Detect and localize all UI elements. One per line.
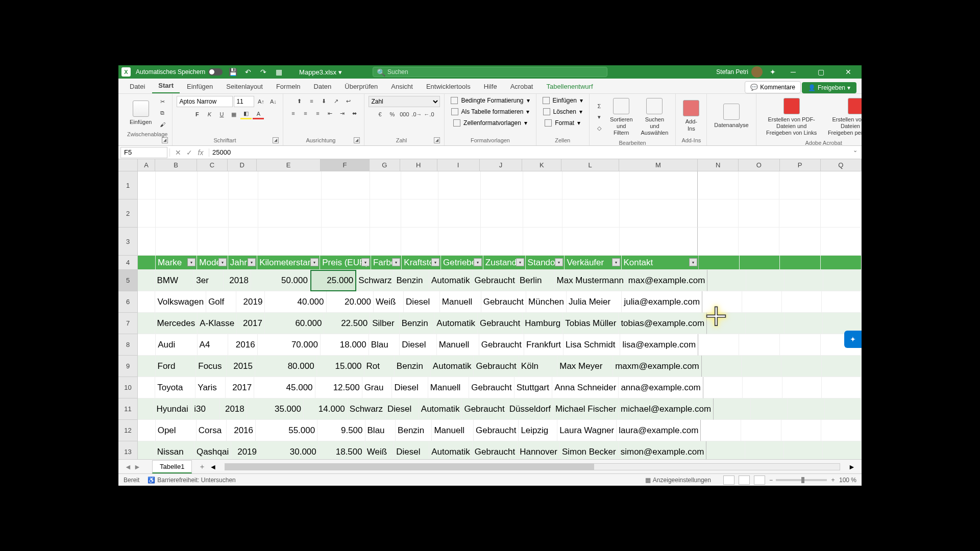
zoom-slider[interactable] [776, 479, 827, 481]
diamond-icon[interactable]: ✦ [770, 68, 776, 76]
addins-button[interactable]: Add-Ins [680, 98, 702, 134]
cell[interactable]: michael@example.com [619, 398, 714, 420]
cell[interactable]: Gebraucht [473, 270, 518, 291]
hscroll-right[interactable]: ► [847, 463, 856, 471]
header-getriebe[interactable]: Getriebe▾ [441, 256, 483, 270]
cell[interactable]: Silber [370, 313, 399, 334]
hscroll-track[interactable] [225, 463, 840, 470]
cell[interactable]: 2015 [227, 356, 255, 377]
cell[interactable]: Gebraucht [469, 377, 514, 398]
row-header-8[interactable]: 8 [118, 334, 137, 356]
align-middle-icon[interactable]: ≡ [306, 96, 317, 106]
cell[interactable]: lisa@example.com [620, 334, 698, 356]
col-header-G[interactable]: G [370, 159, 400, 171]
cell[interactable]: Benzin [395, 356, 431, 377]
close-button[interactable]: ✕ [838, 65, 859, 79]
cell[interactable]: Yaris [195, 377, 226, 398]
cell[interactable]: Hannover [518, 441, 560, 459]
row-header-11[interactable]: 11 [118, 398, 137, 420]
cell[interactable]: 30.000 [259, 441, 319, 459]
cell[interactable]: Tobias Müller [563, 313, 619, 334]
filter-dropdown-icon[interactable]: ▾ [392, 258, 400, 266]
grid-row[interactable] [138, 199, 862, 228]
cell[interactable]: Ford [156, 356, 197, 377]
maximize-button[interactable]: ▢ [811, 65, 831, 79]
row-header-1[interactable]: 1 [118, 171, 137, 199]
sort-filter-button[interactable]: Sortieren und Filtern [607, 96, 636, 139]
ribbon-collapse-icon[interactable]: ⌄ [853, 147, 857, 154]
wrap-text-icon[interactable]: ↩ [342, 96, 354, 106]
align-bottom-icon[interactable]: ⬇ [318, 96, 329, 106]
col-header-O[interactable]: O [739, 159, 779, 171]
cell[interactable]: Schwarz [348, 398, 385, 420]
row-header-10[interactable]: 10 [118, 377, 137, 398]
find-select-button[interactable]: Suchen und Auswählen [638, 96, 672, 139]
number-format-select[interactable]: Zahl [369, 96, 440, 107]
cell[interactable]: Nissan [155, 441, 194, 459]
tab-hilfe[interactable]: Hilfe [478, 80, 503, 93]
cell[interactable]: Qashqai [194, 441, 231, 459]
col-header-E[interactable]: E [257, 159, 321, 171]
table-row[interactable]: NissanQashqai201930.00018.500WeißDieselA… [138, 441, 862, 459]
cell[interactable]: BMW [155, 270, 194, 291]
cell[interactable]: Rot [364, 356, 395, 377]
cell[interactable]: Frankfurt [524, 334, 564, 356]
selected-cell[interactable]: 25.000 [310, 270, 356, 291]
cell[interactable]: Anna Schneider [552, 377, 619, 398]
table-row[interactable]: VolkswagenGolf201940.00020.000WeißDiesel… [138, 291, 862, 313]
status-accessibility[interactable]: ♿ Barrierefreiheit: Untersuchen [148, 477, 235, 484]
format-painter-icon[interactable]: 🖌 [157, 119, 168, 130]
header-kilometerstand[interactable]: Kilometerstand▾ [257, 256, 320, 270]
cell[interactable]: Manuell [428, 377, 469, 398]
row-header-12[interactable]: 12 [118, 420, 137, 441]
row-header-7[interactable]: 7 [118, 313, 137, 334]
cell[interactable]: Manuell [437, 334, 479, 356]
cell[interactable]: 2019 [236, 291, 265, 313]
cell[interactable]: Benzin [400, 313, 435, 334]
header-verkufer[interactable]: Verkäufer▾ [565, 256, 621, 270]
cell[interactable]: Focus [196, 356, 226, 377]
decrease-font-icon[interactable]: A↓ [267, 96, 279, 107]
decrease-decimal-icon[interactable]: ←.0 [423, 109, 434, 119]
cell[interactable]: Golf [206, 291, 236, 313]
cell[interactable]: 22.500 [324, 313, 370, 334]
orientation-icon[interactable]: ↗ [330, 96, 341, 106]
font-color-icon[interactable]: A [253, 109, 264, 119]
cell[interactable]: 18.000 [321, 334, 369, 356]
number-dialog-launcher[interactable]: ◢ [434, 137, 440, 143]
tab-acrobat[interactable]: Acrobat [504, 80, 540, 93]
cell[interactable]: Volkswagen [155, 291, 206, 313]
cell[interactable]: 35.000 [247, 398, 304, 420]
cell[interactable]: anna@example.com [619, 377, 703, 398]
font-dialog-launcher[interactable]: ◢ [273, 137, 279, 143]
font-name-input[interactable] [177, 96, 233, 107]
sheet-tab-1[interactable]: Tabelle1 [152, 460, 192, 473]
table-row[interactable]: Hyundaii30201835.00014.000SchwarzDieselA… [138, 398, 862, 420]
borders-icon[interactable]: ▦ [228, 109, 239, 119]
cell[interactable]: Gebraucht [478, 313, 523, 334]
cell[interactable]: 2017 [237, 313, 265, 334]
copilot-icon[interactable]: ✦ [844, 331, 862, 348]
tab-tabellenentwurf[interactable]: Tabellenentwurf [540, 80, 599, 93]
kommentare-button[interactable]: 💬 Kommentare [745, 81, 801, 93]
zoom-in-button[interactable]: ＋ [830, 475, 836, 484]
file-name[interactable]: Mappe3.xlsx ▾ [299, 68, 342, 76]
filter-dropdown-icon[interactable]: ▾ [248, 258, 256, 266]
row-header-4[interactable]: 4 [118, 256, 137, 270]
indent-increase-icon[interactable]: ⇥ [336, 108, 348, 118]
copy-icon[interactable]: ⧉ [157, 108, 168, 118]
adobe-share-link-button[interactable]: Erstellen von PDF-Dateien und Freigeben … [761, 96, 823, 139]
add-sheet-button[interactable]: ＋ [196, 462, 208, 471]
view-pagelayout-button[interactable] [739, 475, 750, 485]
format-as-table-button[interactable]: Als Tabelle formatieren ▾ [449, 107, 532, 116]
table-row[interactable]: BMW3er201850.00025.000SchwarzBenzinAutom… [138, 270, 862, 291]
search-box[interactable]: 🔍 [373, 67, 607, 77]
clipboard-dialog-launcher[interactable]: ◢ [162, 137, 168, 143]
filter-dropdown-icon[interactable]: ▾ [310, 258, 318, 266]
cell[interactable]: Gebraucht [473, 441, 518, 459]
cell[interactable]: Benzin [396, 420, 432, 441]
cell[interactable]: max@example.com [626, 270, 707, 291]
row-header-3[interactable]: 3 [118, 228, 137, 256]
cell[interactable]: 3er [194, 270, 223, 291]
filter-dropdown-icon[interactable]: ▾ [689, 258, 697, 266]
